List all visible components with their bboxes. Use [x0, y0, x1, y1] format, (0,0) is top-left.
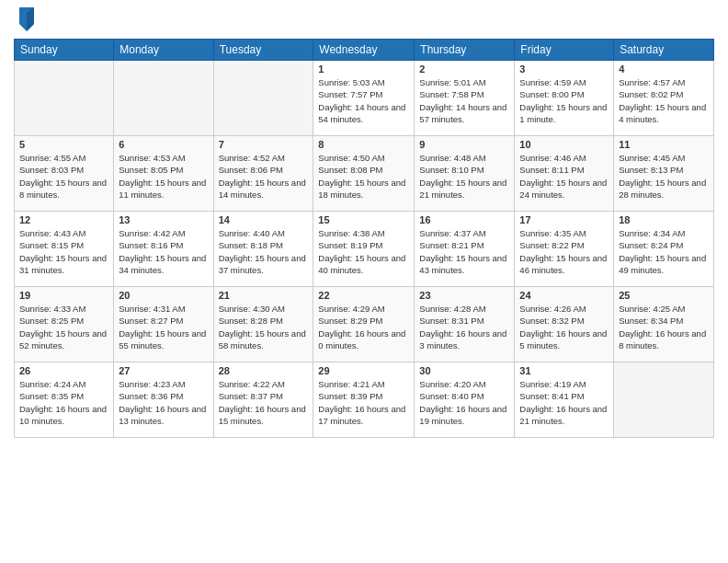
day-number: 14 — [219, 214, 309, 225]
calendar-cell: 16Sunrise: 4:37 AM Sunset: 8:21 PM Dayli… — [415, 212, 515, 287]
calendar-cell: 5Sunrise: 4:55 AM Sunset: 8:03 PM Daylig… — [15, 136, 114, 212]
day-info: Sunrise: 4:29 AM Sunset: 8:29 PM Dayligh… — [318, 303, 409, 351]
calendar-week-5: 26Sunrise: 4:24 AM Sunset: 8:35 PM Dayli… — [15, 362, 714, 438]
day-info: Sunrise: 4:31 AM Sunset: 8:27 PM Dayligh… — [119, 303, 208, 351]
day-number: 18 — [619, 214, 709, 225]
weekday-header-monday: Monday — [114, 40, 213, 61]
calendar-cell: 21Sunrise: 4:30 AM Sunset: 8:28 PM Dayli… — [213, 287, 313, 362]
weekday-header-wednesday: Wednesday — [313, 40, 415, 61]
day-info: Sunrise: 4:38 AM Sunset: 8:19 PM Dayligh… — [318, 227, 409, 276]
day-number: 9 — [419, 139, 509, 150]
logo-icon — [16, 6, 38, 31]
day-info: Sunrise: 4:25 AM Sunset: 8:34 PM Dayligh… — [619, 303, 709, 351]
calendar-cell: 2Sunrise: 5:01 AM Sunset: 7:58 PM Daylig… — [415, 61, 515, 136]
calendar-cell: 14Sunrise: 4:40 AM Sunset: 8:18 PM Dayli… — [213, 212, 313, 287]
day-info: Sunrise: 4:42 AM Sunset: 8:16 PM Dayligh… — [119, 227, 208, 276]
calendar-cell — [614, 362, 714, 438]
day-number: 23 — [419, 290, 509, 301]
weekday-header-saturday: Saturday — [614, 40, 714, 61]
day-info: Sunrise: 4:55 AM Sunset: 8:03 PM Dayligh… — [19, 152, 108, 201]
day-number: 22 — [318, 290, 409, 301]
calendar-cell: 26Sunrise: 4:24 AM Sunset: 8:35 PM Dayli… — [15, 362, 114, 438]
day-info: Sunrise: 4:50 AM Sunset: 8:08 PM Dayligh… — [318, 152, 409, 201]
calendar-cell: 18Sunrise: 4:34 AM Sunset: 8:24 PM Dayli… — [614, 212, 714, 287]
day-info: Sunrise: 4:53 AM Sunset: 8:05 PM Dayligh… — [119, 152, 208, 201]
calendar-cell: 24Sunrise: 4:26 AM Sunset: 8:32 PM Dayli… — [515, 287, 614, 362]
calendar-cell: 13Sunrise: 4:42 AM Sunset: 8:16 PM Dayli… — [114, 212, 213, 287]
calendar-week-1: 1Sunrise: 5:03 AM Sunset: 7:57 PM Daylig… — [15, 61, 714, 136]
day-info: Sunrise: 4:33 AM Sunset: 8:25 PM Dayligh… — [19, 303, 108, 351]
day-info: Sunrise: 4:30 AM Sunset: 8:28 PM Dayligh… — [219, 303, 309, 351]
day-info: Sunrise: 4:22 AM Sunset: 8:37 PM Dayligh… — [219, 378, 309, 427]
day-number: 20 — [119, 290, 208, 301]
calendar-cell: 17Sunrise: 4:35 AM Sunset: 8:22 PM Dayli… — [515, 212, 614, 287]
day-info: Sunrise: 4:26 AM Sunset: 8:32 PM Dayligh… — [519, 303, 609, 351]
calendar-week-4: 19Sunrise: 4:33 AM Sunset: 8:25 PM Dayli… — [15, 287, 714, 362]
day-number: 24 — [519, 290, 609, 301]
calendar-cell — [114, 61, 213, 136]
day-number: 7 — [219, 139, 309, 150]
calendar-cell: 19Sunrise: 4:33 AM Sunset: 8:25 PM Dayli… — [15, 287, 114, 362]
calendar: SundayMondayTuesdayWednesdayThursdayFrid… — [14, 39, 714, 438]
calendar-cell: 30Sunrise: 4:20 AM Sunset: 8:40 PM Dayli… — [415, 362, 515, 438]
calendar-cell: 7Sunrise: 4:52 AM Sunset: 8:06 PM Daylig… — [213, 136, 313, 212]
day-number: 30 — [419, 365, 509, 376]
day-number: 25 — [619, 290, 709, 301]
day-info: Sunrise: 4:35 AM Sunset: 8:22 PM Dayligh… — [519, 227, 609, 276]
day-number: 19 — [19, 290, 108, 301]
calendar-cell: 9Sunrise: 4:48 AM Sunset: 8:10 PM Daylig… — [415, 136, 515, 212]
day-info: Sunrise: 4:19 AM Sunset: 8:41 PM Dayligh… — [519, 378, 609, 427]
calendar-cell: 11Sunrise: 4:45 AM Sunset: 8:13 PM Dayli… — [614, 136, 714, 212]
day-info: Sunrise: 4:23 AM Sunset: 8:36 PM Dayligh… — [119, 378, 208, 427]
day-number: 8 — [318, 139, 409, 150]
day-info: Sunrise: 4:52 AM Sunset: 8:06 PM Dayligh… — [219, 152, 309, 201]
day-number: 17 — [519, 214, 609, 225]
calendar-cell: 31Sunrise: 4:19 AM Sunset: 8:41 PM Dayli… — [515, 362, 614, 438]
day-number: 27 — [119, 365, 208, 376]
day-info: Sunrise: 4:48 AM Sunset: 8:10 PM Dayligh… — [419, 152, 509, 201]
day-number: 2 — [419, 63, 509, 75]
weekday-header-row: SundayMondayTuesdayWednesdayThursdayFrid… — [15, 40, 714, 61]
day-number: 31 — [519, 365, 609, 376]
weekday-header-thursday: Thursday — [415, 40, 515, 61]
day-number: 15 — [318, 214, 409, 225]
calendar-cell: 3Sunrise: 4:59 AM Sunset: 8:00 PM Daylig… — [515, 61, 614, 136]
day-number: 26 — [19, 365, 108, 376]
day-info: Sunrise: 4:57 AM Sunset: 8:02 PM Dayligh… — [619, 76, 709, 125]
day-info: Sunrise: 4:43 AM Sunset: 8:15 PM Dayligh… — [19, 227, 108, 276]
day-number: 10 — [519, 139, 609, 150]
calendar-cell: 29Sunrise: 4:21 AM Sunset: 8:39 PM Dayli… — [313, 362, 415, 438]
day-number: 29 — [318, 365, 409, 376]
weekday-header-friday: Friday — [515, 40, 614, 61]
day-number: 28 — [219, 365, 309, 376]
calendar-cell: 28Sunrise: 4:22 AM Sunset: 8:37 PM Dayli… — [213, 362, 313, 438]
day-info: Sunrise: 4:46 AM Sunset: 8:11 PM Dayligh… — [519, 152, 609, 201]
day-info: Sunrise: 5:03 AM Sunset: 7:57 PM Dayligh… — [318, 76, 409, 125]
day-info: Sunrise: 4:45 AM Sunset: 8:13 PM Dayligh… — [619, 152, 709, 201]
day-number: 1 — [318, 63, 409, 75]
day-number: 5 — [19, 139, 108, 150]
day-info: Sunrise: 4:40 AM Sunset: 8:18 PM Dayligh… — [219, 227, 309, 276]
day-info: Sunrise: 4:37 AM Sunset: 8:21 PM Dayligh… — [419, 227, 509, 276]
day-number: 16 — [419, 214, 509, 225]
day-number: 21 — [219, 290, 309, 301]
day-number: 11 — [619, 139, 709, 150]
day-number: 12 — [19, 214, 108, 225]
day-number: 3 — [519, 63, 609, 75]
calendar-cell: 1Sunrise: 5:03 AM Sunset: 7:57 PM Daylig… — [313, 61, 415, 136]
day-number: 4 — [619, 63, 709, 75]
day-info: Sunrise: 4:59 AM Sunset: 8:00 PM Dayligh… — [519, 76, 609, 125]
calendar-cell — [213, 61, 313, 136]
calendar-cell: 20Sunrise: 4:31 AM Sunset: 8:27 PM Dayli… — [114, 287, 213, 362]
calendar-cell: 22Sunrise: 4:29 AM Sunset: 8:29 PM Dayli… — [313, 287, 415, 362]
calendar-cell: 4Sunrise: 4:57 AM Sunset: 8:02 PM Daylig… — [614, 61, 714, 136]
calendar-cell: 6Sunrise: 4:53 AM Sunset: 8:05 PM Daylig… — [114, 136, 213, 212]
calendar-cell: 8Sunrise: 4:50 AM Sunset: 8:08 PM Daylig… — [313, 136, 415, 212]
weekday-header-sunday: Sunday — [15, 40, 114, 61]
calendar-cell — [15, 61, 114, 136]
weekday-header-tuesday: Tuesday — [213, 40, 313, 61]
calendar-cell: 15Sunrise: 4:38 AM Sunset: 8:19 PM Dayli… — [313, 212, 415, 287]
logo — [14, 9, 38, 31]
day-info: Sunrise: 4:34 AM Sunset: 8:24 PM Dayligh… — [619, 227, 709, 276]
calendar-cell: 27Sunrise: 4:23 AM Sunset: 8:36 PM Dayli… — [114, 362, 213, 438]
